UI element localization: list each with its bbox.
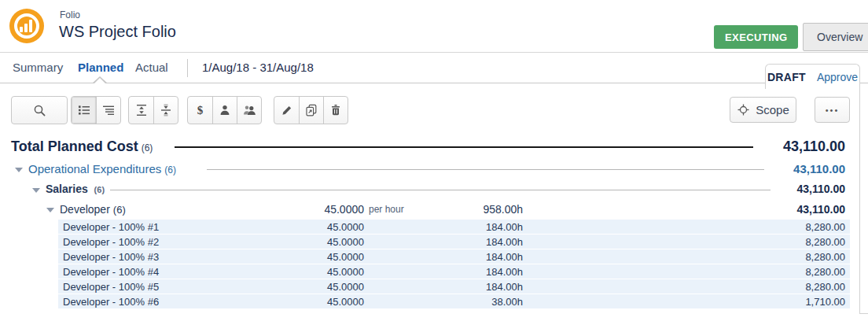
approve-link[interactable]: Approve [817,71,858,83]
category-label: Operational Expenditures(6) [28,159,176,180]
page-title: WS Project Folio [59,23,176,41]
table-row[interactable]: Developer - 100% #4 45.0000 184.00h 8,28… [0,264,859,279]
person-button[interactable] [212,97,237,124]
allocation-cost: 8,280.00 [805,249,845,264]
team-button[interactable] [237,97,261,124]
table-row[interactable]: Developer - 100% #6 45.0000 38.00h 1,710… [0,294,859,309]
more-options-button[interactable]: ••• [815,97,850,123]
table-row[interactable]: Developer - 100% #1 45.0000 184.00h 8,28… [0,220,859,235]
app-header: Folio WS Project Folio EXECUTING Overvie… [0,0,868,53]
hierarchy-view-button[interactable] [96,97,120,124]
dollar-icon: $ [197,104,204,117]
role-hours: 958.00h [425,199,523,220]
row-rule [207,169,764,170]
total-label: Total Planned Cost(6) [11,134,153,161]
allocation-rate: 45.0000 [267,220,364,235]
overview-tab[interactable]: Overview [803,23,868,51]
role-rate-unit: per hour [369,199,404,220]
allocation-cost: 8,280.00 [805,264,845,279]
duplicate-button[interactable] [299,97,323,124]
allocation-label: Developer - 100% #1 [63,220,159,235]
role-cost: 43,110.00 [796,199,845,220]
allocation-rate: 45.0000 [267,264,364,279]
collapse-all-button[interactable] [153,97,178,124]
hierarchy-view-icon [102,104,115,116]
expand-collapse-group [128,96,178,124]
tab-actual[interactable]: Actual [135,53,168,83]
scope-target-icon [737,103,750,116]
entity-group: $ [187,96,262,124]
approval-panel: DRAFT Approve [765,64,860,89]
allocation-cost: 8,280.00 [805,235,845,249]
table-row[interactable]: Developer - 100% #5 45.0000 184.00h 8,28… [0,279,859,294]
allocation-cost: 8,280.00 [805,220,845,235]
allocation-hours: 184.00h [425,249,523,264]
allocation-label: Developer - 100% #5 [63,279,159,294]
allocation-cost: 1,710.00 [805,294,845,309]
expand-all-button[interactable] [129,97,153,124]
collapse-all-icon [160,104,172,116]
allocation-label: Developer - 100% #3 [63,249,159,264]
allocation-label: Developer - 100% #2 [63,235,159,249]
date-range[interactable]: 1/Aug/18 - 31/Aug/18 [202,53,314,83]
app-label: Folio [60,9,80,20]
person-icon [219,104,231,116]
table-row[interactable]: Developer - 100% #2 45.0000 184.00h 8,28… [0,235,859,249]
row-rule [175,146,753,148]
delete-button[interactable] [323,97,348,124]
ellipsis-icon: ••• [826,105,840,115]
search-button[interactable] [11,96,68,124]
item-count: (6) [142,142,153,153]
allocation-rate: 45.0000 [267,235,364,249]
subcategory-row[interactable]: Salaries (6) 43,110.00 [0,179,859,199]
allocation-hours: 184.00h [425,220,523,235]
allocation-hours: 184.00h [425,264,523,279]
search-icon [33,104,46,117]
status-badge[interactable]: EXECUTING [714,25,798,49]
view-tabbar: Summary Planned Actual 1/Aug/18 - 31/Aug… [0,53,868,83]
category-row[interactable]: Operational Expenditures(6) 43,110.00 [0,159,859,179]
total-cost: 43,110.00 [783,134,845,159]
allocation-hours: 184.00h [425,235,523,249]
row-rule [110,190,771,190]
view-mode-group [71,96,121,124]
table-row[interactable]: Developer - 100% #3 45.0000 184.00h 8,28… [0,249,859,264]
allocation-label: Developer - 100% #4 [63,264,159,279]
cost-rates-button[interactable]: $ [188,97,212,124]
collapse-caret-icon[interactable] [46,208,54,212]
category-cost: 43,110.00 [793,159,845,179]
allocation-cost: 8,280.00 [805,279,845,294]
list-view-button[interactable] [72,97,96,124]
expand-all-icon [135,104,148,116]
tab-summary[interactable]: Summary [13,53,63,83]
planned-cost-sheet: Total Planned Cost(6) 43,110.00 Operatio… [0,134,859,309]
role-label: Developer(6) [60,199,126,220]
allocation-rate: 45.0000 [267,294,364,309]
duplicate-icon [305,104,318,116]
edit-group [274,96,348,124]
item-count: (6) [113,204,126,216]
role-row[interactable]: Developer(6) 45.0000 per hour 958.00h 43… [0,199,859,220]
right-panel-border [859,88,860,314]
list-view-icon [78,104,90,116]
allocation-label: Developer - 100% #6 [63,294,159,309]
allocation-hours: 184.00h [425,279,523,294]
item-count: (6) [164,164,176,175]
subcategory-cost: 43,110.00 [796,179,845,199]
scope-button[interactable]: Scope [730,97,796,123]
scope-button-label: Scope [756,103,789,116]
allocation-rate: 45.0000 [267,279,364,294]
folio-logo-icon [9,9,44,43]
allocation-rate: 45.0000 [267,249,364,264]
item-count: (6) [94,185,105,194]
edit-button[interactable] [274,97,299,124]
tabbar-divider [187,59,188,77]
collapse-caret-icon[interactable] [32,188,40,193]
trash-icon [329,104,342,116]
pencil-icon [281,104,293,116]
team-icon [243,104,256,116]
collapse-caret-icon[interactable] [15,168,23,172]
role-rate: 45.0000 [267,199,364,220]
allocation-hours: 38.00h [425,294,523,309]
draft-status-label: DRAFT [767,71,806,83]
